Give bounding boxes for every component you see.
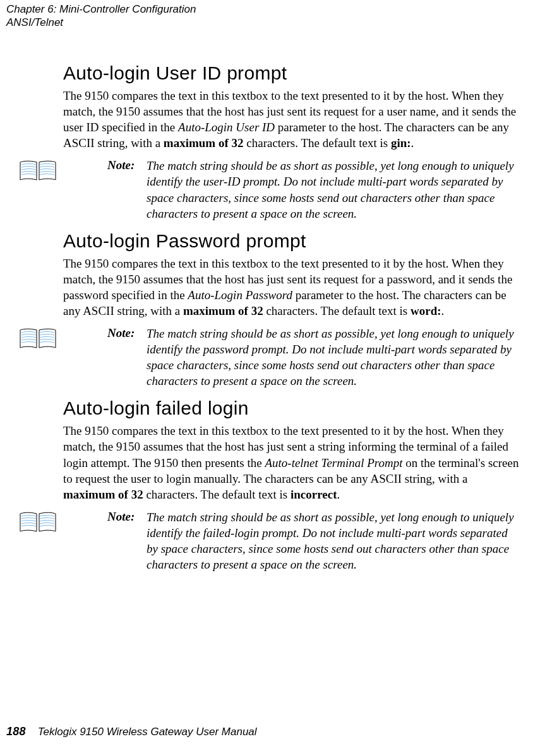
- note-text-3: Note: The match string should be as shor…: [107, 509, 521, 572]
- body-auto-login-password-prompt: The 9150 compares the text in this textb…: [63, 256, 521, 319]
- page: Chapter 6: Mini-Controller Configuration…: [0, 0, 533, 756]
- running-header: Chapter 6: Mini-Controller Configuration…: [6, 3, 196, 30]
- page-number: 188: [6, 725, 26, 738]
- note-label-1: Note:: [107, 157, 141, 173]
- note-body-2: The match string should be as short as p…: [147, 326, 521, 389]
- heading-auto-login-failed-login: Auto-login failed login: [63, 398, 521, 419]
- manual-title: Teklogix 9150 Wireless Gateway User Manu…: [38, 726, 257, 738]
- heading-auto-login-password-prompt: Auto-login Password prompt: [63, 230, 521, 252]
- note-body-1: The match string should be as short as p…: [147, 158, 521, 221]
- open-book-icon: [19, 510, 57, 534]
- note-text-1: Note: The match string should be as shor…: [107, 157, 521, 221]
- note-block-3: Note: The match string should be as shor…: [63, 509, 521, 572]
- header-section: ANSI/Telnet: [6, 16, 196, 29]
- note-label-2: Note:: [107, 325, 141, 341]
- header-chapter: Chapter 6: Mini-Controller Configuration: [6, 3, 196, 16]
- note-body-3: The match string should be as short as p…: [147, 509, 521, 572]
- heading-auto-login-user-id-prompt: Auto-login User ID prompt: [63, 62, 521, 84]
- content-area: Auto-login User ID prompt The 9150 compa…: [63, 54, 521, 577]
- open-book-icon: [19, 158, 57, 182]
- note-text-2: Note: The match string should be as shor…: [107, 325, 521, 389]
- note-block-1: Note: The match string should be as shor…: [63, 157, 521, 221]
- body-auto-login-failed-login: The 9150 compares the text in this textb…: [63, 423, 521, 502]
- body-auto-login-user-id-prompt: The 9150 compares the text in this textb…: [63, 88, 521, 151]
- open-book-icon: [19, 326, 57, 350]
- note-block-2: Note: The match string should be as shor…: [63, 325, 521, 389]
- note-label-3: Note:: [107, 509, 141, 524]
- page-footer: 188 Teklogix 9150 Wireless Gateway User …: [6, 725, 257, 738]
